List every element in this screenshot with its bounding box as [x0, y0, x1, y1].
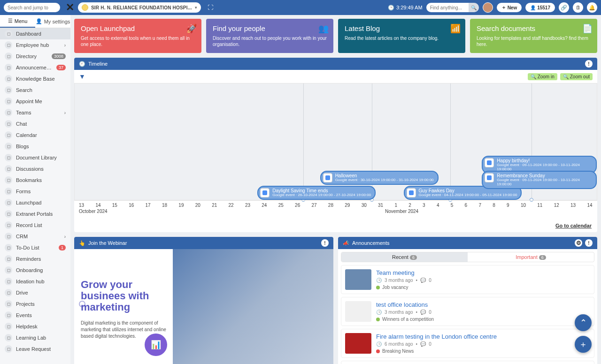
nav-item[interactable]: ◻ Helpdesk	[0, 321, 70, 332]
org-name: SIR H. N. RELIANCE FOUNDATION HOSPI...	[91, 5, 192, 10]
tab-my-settings[interactable]: 👤My settings	[35, 15, 70, 28]
webinar-image	[173, 249, 333, 364]
card-icon: 📶	[450, 23, 461, 34]
calendar-icon[interactable]: 🗓	[573, 2, 583, 13]
find-input[interactable]	[426, 3, 469, 12]
new-button[interactable]: ＋New	[497, 3, 522, 12]
info-icon[interactable]: !	[585, 239, 593, 247]
nav-item[interactable]: ◻ Drive	[0, 287, 70, 298]
quick-card[interactable]: 🚀 Open Launchpad Get access to external …	[74, 19, 201, 53]
gear-icon[interactable]: ⚙	[575, 239, 582, 247]
quick-card[interactable]: 📄 Search documents Looking for templates…	[470, 19, 597, 53]
announcement-item[interactable]: Fire alarm testing in the London office …	[341, 329, 594, 358]
nav-item[interactable]: ◻ Onboarding	[0, 265, 70, 276]
nav-item[interactable]: ◻ Blogs	[0, 141, 70, 152]
announcements-list: Team meeting 🕒3 months ago • 💬0 Job vaca…	[338, 265, 597, 364]
nav-item[interactable]: ◻ Events	[0, 310, 70, 321]
announcement-title[interactable]: test office locations	[376, 301, 590, 308]
card-title: Open Launchpad	[81, 24, 195, 32]
nav-item[interactable]: ◻ Teams ›	[0, 107, 70, 118]
org-switcher[interactable]: SIR H. N. RELIANCE FOUNDATION HOSPI... ▾	[78, 2, 201, 13]
announcement-title[interactable]: Team meeting	[376, 269, 590, 276]
card-icon: 🚀	[186, 23, 197, 34]
nav-item[interactable]: ◻ Document Library	[0, 152, 70, 163]
date-tick: 14	[95, 203, 100, 208]
nav-icon: ◻	[5, 289, 12, 296]
webinar-body[interactable]: Grow your businees with marketing Digita…	[74, 249, 333, 364]
nav-item[interactable]: ◻ Appoint Me	[0, 96, 70, 107]
quick-cards-row: 🚀 Open Launchpad Get access to external …	[74, 19, 597, 53]
nav-item[interactable]: ◻ Projects	[0, 298, 70, 310]
date-tick: 21	[212, 203, 217, 208]
main-content: 🚀 Open Launchpad Get access to external …	[70, 15, 601, 364]
nav-item[interactable]: ◻ Directory 3008	[0, 51, 70, 62]
nav-item[interactable]: ◻ Employee hub ›	[0, 39, 70, 51]
nav-label: Dashboard	[16, 31, 66, 37]
go-to-calendar-link[interactable]: Go to calendar	[555, 223, 592, 228]
nav-item[interactable]: ◻ CRM ›	[0, 231, 70, 242]
nav-item[interactable]: ◻ Knowledge Base	[0, 73, 70, 84]
announcement-item[interactable]: Important Company Announcement - Elevati…	[341, 361, 594, 364]
quick-card[interactable]: 📶 Latest Blog Read the latest articles o…	[338, 19, 465, 53]
find-button[interactable]: 🔍	[469, 3, 479, 12]
announcement-item[interactable]: Team meeting 🕒3 months ago • 💬0 Job vaca…	[341, 265, 594, 294]
webinar-panel: 👆 Join the Webinar ! Grow your businees …	[74, 237, 333, 364]
nav-badge: 3008	[52, 53, 66, 59]
info-icon[interactable]: !	[585, 60, 593, 68]
nav-icon: ◻	[5, 323, 12, 330]
nav-item[interactable]: ◻ Dashboard	[0, 28, 70, 39]
search-jump-input[interactable]	[4, 3, 60, 12]
nav-item[interactable]: ◻ Bookmarks	[0, 174, 70, 186]
nav-item[interactable]: ◻ Search	[0, 84, 70, 96]
nav-item[interactable]: ◻ Chat	[0, 118, 70, 129]
scroll-top-button[interactable]: ⌃	[575, 314, 592, 331]
timeline-event[interactable]: Daylight Saving Time ends Google event ·…	[257, 186, 376, 200]
nav-item[interactable]: ◻ To-Do List 1	[0, 242, 70, 253]
link-icon[interactable]: 🔗	[559, 2, 569, 13]
nav-item[interactable]: ◻ Record List	[0, 220, 70, 231]
nav-item[interactable]: ◻ Forms	[0, 186, 70, 197]
zoom-out-button[interactable]: 🔍 Zoom out	[560, 73, 593, 80]
nav-item[interactable]: ◻ Reminders	[0, 253, 70, 265]
nav-item[interactable]: ◻ Launchpad	[0, 197, 70, 208]
date-tick: 26	[295, 203, 300, 208]
nav-item[interactable]: ◻ Ideation hub	[0, 276, 70, 287]
date-tick: 13	[79, 203, 84, 208]
timeline-event[interactable]: Halloween Google event · 30-10-2024 19:0…	[320, 171, 439, 185]
card-title: Search documents	[477, 24, 591, 32]
date-tick: 22	[229, 203, 234, 208]
nav-label: Directory	[16, 53, 48, 59]
google-event-icon	[485, 158, 494, 167]
tab-recent[interactable]: Recent6	[341, 252, 468, 262]
tab-important[interactable]: Important6	[468, 252, 594, 262]
close-icon[interactable]: ✕	[66, 1, 74, 14]
announcement-title[interactable]: Fire alarm testing in the London office …	[376, 333, 590, 340]
announcement-item[interactable]: test office locations 🕒3 months ago • 💬0…	[341, 297, 594, 326]
nav-icon: ◻	[5, 255, 12, 263]
quick-card[interactable]: 👥 Find your people Discover and reach ou…	[206, 19, 333, 53]
nav-icon: ◻	[5, 221, 12, 229]
people-count-button[interactable]: 👤15517	[525, 3, 555, 12]
nav-label: CRM	[16, 234, 61, 239]
fullscreen-icon[interactable]: ⛶	[205, 4, 216, 11]
add-fab[interactable]: ＋	[575, 336, 592, 353]
nav-item[interactable]: ◻ Calendar	[0, 129, 70, 141]
bell-icon[interactable]: 🔔	[587, 2, 597, 13]
filter-icon[interactable]: ▼	[79, 73, 85, 80]
timeline-axis: 1314151617181920212223242526272829303112…	[74, 200, 597, 218]
month-label-b: November 2024	[385, 209, 418, 214]
nav-item[interactable]: ◻ Leave Request	[0, 343, 70, 355]
info-icon[interactable]: !	[321, 239, 329, 247]
nav-item[interactable]: ◻ Extranet Portals	[0, 208, 70, 220]
timeline-event[interactable]: Remembrance Sunday Google event · 09-11-…	[482, 171, 597, 189]
bulb-icon	[82, 4, 88, 11]
avatar[interactable]	[483, 2, 493, 13]
nav-label: Discussions	[16, 166, 66, 172]
tab-menu[interactable]: ☰Menu	[0, 15, 35, 28]
nav-item[interactable]: ◻ Announcements 37	[0, 62, 70, 73]
zoom-in-button[interactable]: 🔍 Zoom in	[528, 73, 557, 80]
timeline-body[interactable]: Daylight Saving Time ends Google event ·…	[74, 83, 597, 200]
find-anything: 🔍	[426, 3, 479, 12]
nav-item[interactable]: ◻ Discussions	[0, 163, 70, 174]
nav-item[interactable]: ◻ Learning Lab	[0, 332, 70, 343]
